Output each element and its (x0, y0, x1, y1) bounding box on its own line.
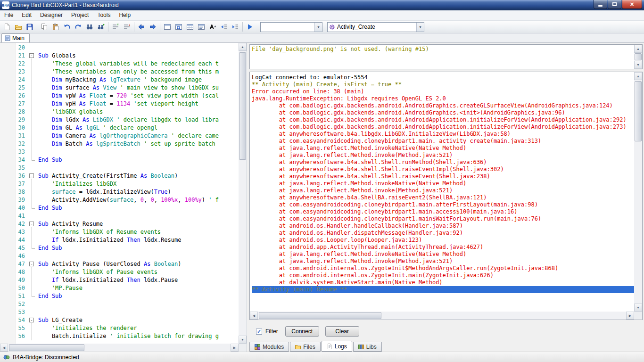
log-vscrollbar[interactable]: ▲ ▼ (634, 72, 642, 312)
log-line[interactable]: at com.badlogic.gdx.backends.android.And… (252, 123, 634, 131)
scroll-right-icon[interactable]: ▶ (231, 344, 239, 352)
log-line[interactable]: at java.lang.reflect.Method.invoke(Metho… (252, 187, 634, 194)
scroll-down-icon[interactable]: ▼ (634, 61, 642, 69)
find-button[interactable] (84, 21, 95, 33)
log-line[interactable]: at anywheresoftware.b4a.shell.Shell.rais… (252, 166, 634, 173)
log-line[interactable]: at java.lang.reflect.Method.invoke(Metho… (252, 152, 634, 159)
log-line[interactable]: at java.lang.reflect.Method.invokeNative… (252, 251, 634, 258)
scroll-up-icon[interactable]: ▲ (634, 72, 642, 80)
indent-button[interactable] (230, 21, 241, 33)
warnings-vscrollbar[interactable]: ▲ ▼ (634, 45, 642, 69)
sub-combo[interactable]: Activity_Create ▼ (327, 22, 424, 32)
log-line[interactable]: at android.os.Handler.dispatchMessage(Ha… (252, 230, 634, 237)
designer-button[interactable] (162, 21, 173, 33)
scroll-left-icon[interactable]: ◀ (0, 344, 8, 352)
warnings-vscroll-thumb[interactable] (635, 53, 642, 60)
copy-button[interactable] (39, 21, 50, 33)
designer-search-button[interactable] (173, 21, 184, 33)
menu-file[interactable]: File (0, 10, 17, 20)
new-file-button[interactable] (1, 21, 13, 33)
log-line[interactable]: at java.lang.reflect.Method.invokeNative… (252, 145, 634, 152)
connect-button[interactable]: Connect (285, 326, 319, 337)
designer-script-button[interactable] (196, 21, 207, 33)
log-line[interactable]: at com.easyandroidcoding.cloneybirdpart1… (252, 138, 634, 145)
log-hscrollbar[interactable]: ◀ ▶ (250, 312, 634, 320)
log-line[interactable]: at com.badlogic.gdx.backends.android.And… (252, 109, 634, 116)
run-button[interactable] (244, 21, 256, 33)
log-line[interactable]: LogCat connected to: emulator-5554 (252, 74, 634, 81)
log-line[interactable]: at android.os.Looper.loop(Looper.java:12… (252, 237, 634, 244)
log-line[interactable]: at com.easyandroidcoding.cloneybirdpart1… (252, 201, 634, 208)
tab-files[interactable]: Files (290, 342, 320, 352)
tab-main[interactable]: Main (1, 33, 30, 42)
log-hscroll-thumb[interactable] (259, 312, 381, 319)
log-line-selected[interactable]: ** Activity (main) Resume ** (252, 286, 634, 293)
fold-collapse-icon[interactable]: - (28, 52, 36, 60)
log-vscroll-thumb[interactable] (635, 81, 642, 141)
log-line[interactable]: at com.easyandroidcoding.cloneybirdpart1… (252, 208, 634, 215)
tab-libs[interactable]: Libs (353, 342, 382, 352)
log-line[interactable]: at com.easyandroidcoding.cloneybirdpart1… (252, 215, 634, 222)
editor-hscroll-thumb[interactable] (9, 344, 84, 351)
log-line[interactable]: java.lang.RuntimeException: Libgdx requi… (252, 95, 634, 102)
scroll-up-icon[interactable]: ▲ (634, 45, 642, 53)
back-button[interactable] (136, 21, 147, 33)
log-line[interactable]: at com.badlogic.gdx.backends.android.And… (252, 116, 634, 123)
clear-button[interactable]: Clear (325, 326, 359, 337)
scroll-right-icon[interactable]: ▶ (626, 312, 634, 320)
font-size-button[interactable] (207, 21, 218, 33)
fold-collapse-icon[interactable]: - (28, 220, 36, 228)
log-line[interactable]: at dalvik.system.NativeStart.main(Native… (252, 279, 634, 286)
menu-project[interactable]: Project (67, 10, 93, 20)
code-editor[interactable]: 2021-Sub Globals22 'These global variabl… (0, 43, 239, 344)
log-line[interactable]: at anywheresoftware.b4a.shell.Shell.rais… (252, 173, 634, 180)
forward-button[interactable] (147, 21, 158, 33)
log-line[interactable]: at android.os.Handler.handleCallback(Han… (252, 222, 634, 230)
log-vscroll-track[interactable] (634, 80, 642, 304)
close-button[interactable]: × (622, 0, 642, 9)
filter-checkbox[interactable]: ✓ (256, 329, 262, 335)
fold-collapse-icon[interactable]: - (28, 260, 36, 268)
find-next-button[interactable] (95, 21, 107, 33)
log-line[interactable]: at android.app.ActivityThread.main(Activ… (252, 244, 634, 251)
menu-tools[interactable]: Tools (93, 10, 115, 20)
designer-grid-button[interactable] (184, 21, 196, 33)
redo-button[interactable] (73, 21, 84, 33)
tab-logs[interactable]: Logs (322, 341, 352, 352)
outdent-button[interactable] (218, 21, 230, 33)
log-line[interactable]: at com.android.internal.os.ZygoteInit$Me… (252, 265, 634, 272)
tab-modules[interactable]: Modules (249, 342, 289, 352)
log-line[interactable]: at com.android.internal.os.ZygoteInit.ma… (252, 272, 634, 279)
editor-vscroll-thumb[interactable] (239, 52, 246, 160)
scroll-left-icon[interactable]: ◀ (250, 312, 258, 320)
log-line[interactable]: at anywheresoftware.b4a.shell.Shell.runM… (252, 159, 634, 166)
minimize-button[interactable] (594, 0, 607, 9)
log-line[interactable]: at anywheresoftware.b4a.ShellBA.raiseEve… (252, 194, 634, 201)
log-output[interactable]: LogCat connected to: emulator-5554** Act… (250, 73, 634, 312)
scroll-down-icon[interactable]: ▼ (239, 336, 247, 344)
log-line[interactable]: Error occurred on line: 38 (main) (252, 88, 634, 95)
menu-help[interactable]: Help (115, 10, 135, 20)
uncomment-button[interactable] (121, 21, 132, 33)
log-hscroll-track[interactable] (258, 312, 626, 320)
editor-hscroll-track[interactable] (8, 344, 231, 352)
warnings-vscroll-track[interactable] (634, 53, 642, 61)
log-line[interactable]: ** Activity (main) Create, isFirst = tru… (252, 81, 634, 88)
scroll-up-icon[interactable]: ▲ (239, 43, 247, 51)
log-line[interactable]: at anywheresoftware.b4a.libgdx.LibGDX.In… (252, 131, 634, 138)
menu-designer[interactable]: Designer (36, 10, 67, 20)
log-line[interactable]: at java.lang.reflect.Method.invoke(Metho… (252, 258, 634, 265)
scroll-down-icon[interactable]: ▼ (634, 304, 642, 312)
editor-vscroll-track[interactable] (239, 51, 247, 336)
log-line[interactable]: at com.badlogic.gdx.backends.android.And… (252, 102, 634, 109)
undo-button[interactable] (61, 21, 73, 33)
editor-vscrollbar[interactable]: ▲ ▼ (239, 43, 247, 344)
log-line[interactable]: at java.lang.reflect.Method.invokeNative… (252, 180, 634, 187)
editor-hscrollbar[interactable]: ◀ ▶ (0, 344, 239, 352)
menu-edit[interactable]: Edit (17, 10, 36, 20)
open-button[interactable] (13, 21, 24, 33)
fold-collapse-icon[interactable]: - (28, 316, 36, 324)
comment-button[interactable] (110, 21, 121, 33)
fold-collapse-icon[interactable]: - (28, 172, 36, 180)
paste-button[interactable] (50, 21, 61, 33)
